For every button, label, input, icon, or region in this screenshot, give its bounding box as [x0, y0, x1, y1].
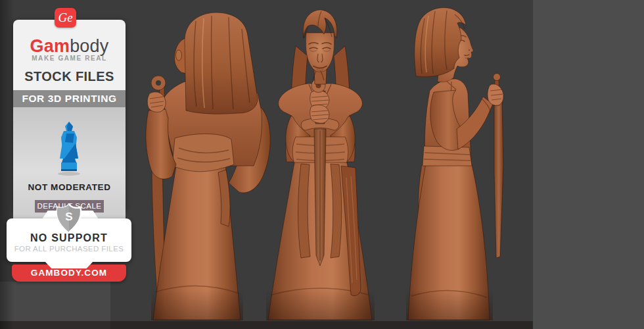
- shield-s-icon: S: [56, 203, 82, 234]
- stock-files-title: STOCK FILES: [13, 69, 126, 84]
- brand-name-gray: body: [70, 36, 108, 56]
- shield-letter: S: [65, 211, 72, 223]
- white-card-bottom-tab: [45, 261, 93, 268]
- left-vignette: [0, 0, 14, 329]
- no-support-sublabel: FOR ALL PURCHASED FILES: [7, 245, 131, 253]
- figurine-side-view: [406, 8, 503, 320]
- brand-name-red: Gam: [30, 36, 70, 56]
- ground-shadow-strip: [0, 321, 533, 329]
- info-card: Gambody MAKE GAME REAL STOCK FILES FOR 3…: [13, 20, 126, 211]
- low-poly-figurine-icon: [56, 120, 82, 177]
- for-3d-printing-bar: FOR 3D PRINTING: [13, 90, 126, 107]
- figurine-front-view: [266, 10, 375, 320]
- figurine-back-view: [146, 13, 270, 320]
- gambody-logo-badge[interactable]: Ge: [55, 8, 76, 28]
- not-moderated-label: NOT MODERATED: [13, 182, 126, 192]
- no-support-label: NO SUPPORT: [7, 232, 131, 244]
- product-banner: Gambody MAKE GAME REAL STOCK FILES FOR 3…: [0, 0, 644, 329]
